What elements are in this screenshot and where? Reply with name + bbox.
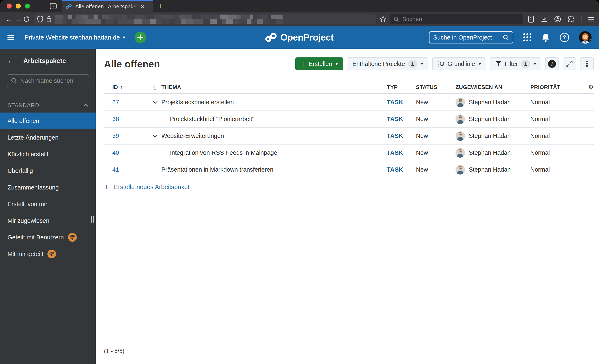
user-avatar[interactable]: ⚙ <box>579 31 591 44</box>
sidebar-search-input[interactable]: Nach Name suchen <box>7 74 89 87</box>
forward-button[interactable]: → <box>13 15 22 23</box>
lock-icon[interactable] <box>46 16 52 23</box>
tab-overview-icon[interactable] <box>49 2 57 10</box>
column-header-status[interactable]: STATUS <box>416 84 456 90</box>
project-selector[interactable]: Private Website stephan.hadan.de ▾ <box>25 34 125 41</box>
table-settings-gear-icon[interactable]: ⚙ <box>585 84 594 91</box>
work-package-type[interactable]: TASK <box>387 166 416 173</box>
work-package-type[interactable]: TASK <box>387 116 416 123</box>
work-package-id-link[interactable]: 41 <box>112 166 119 173</box>
modules-grid-icon[interactable] <box>523 33 532 42</box>
info-button[interactable]: i <box>545 57 559 70</box>
account-icon[interactable] <box>554 16 561 23</box>
openproject-logo[interactable]: OpenProject <box>265 32 334 43</box>
assignee-name[interactable]: Stephan Hadan <box>469 116 511 123</box>
new-tab-button[interactable]: + <box>158 0 162 12</box>
page-title: Alle offenen <box>104 58 160 70</box>
baseline-button[interactable]: Grundlinie ▾ <box>432 57 486 70</box>
minimize-window-button[interactable] <box>16 4 21 9</box>
assignee-name[interactable]: Stephan Hadan <box>469 149 511 156</box>
sidebar-item-mir-zugewiesen[interactable]: Mir zugewiesen <box>0 212 96 229</box>
sidebar-back-icon[interactable]: ← <box>8 57 14 65</box>
column-header-typ[interactable]: TYP <box>387 84 416 90</box>
work-package-priority[interactable]: Normal <box>530 99 585 106</box>
sidebar-item-ueberfaellig[interactable]: Überfällig <box>0 162 96 179</box>
work-package-status[interactable]: New <box>416 99 456 106</box>
maximize-window-button[interactable] <box>25 4 30 9</box>
work-package-priority[interactable]: Normal <box>530 133 585 139</box>
work-package-subject[interactable]: Website-Erweiterungen <box>161 133 224 139</box>
collapse-chevron-icon[interactable] <box>153 134 158 137</box>
column-header-id[interactable]: ID ↑ <box>104 84 146 90</box>
table-row[interactable]: 39 Website-Erweiterungen TASK New Stepha… <box>104 128 594 145</box>
settings-menu-button[interactable]: ⋮ <box>580 57 594 70</box>
work-package-subject[interactable]: Projektsteckbriefe erstellen <box>161 99 234 106</box>
table-row[interactable]: 37 Projektsteckbriefe erstellen TASK New… <box>104 94 594 111</box>
work-package-priority[interactable]: Normal <box>530 116 585 123</box>
close-window-button[interactable] <box>7 4 12 9</box>
back-button[interactable]: ← <box>5 15 13 23</box>
global-create-button[interactable] <box>135 32 146 43</box>
sidebar-item-kuerzlich-erstellt[interactable]: Kürzlich erstellt <box>0 146 96 162</box>
work-package-id-link[interactable]: 39 <box>112 133 119 139</box>
column-header-prioritaet[interactable]: PRIORITÄT <box>530 84 585 90</box>
browser-menu-icon[interactable] <box>588 17 594 21</box>
included-projects-button[interactable]: Enthaltene Projekte 1 ▾ <box>347 57 428 70</box>
work-package-status[interactable]: New <box>416 116 456 123</box>
sidebar-item-alle-offenen[interactable]: Alle offenen <box>0 113 96 129</box>
assignee-name[interactable]: Stephan Hadan <box>469 99 511 106</box>
work-package-priority[interactable]: Normal <box>530 149 585 156</box>
bookmark-star-icon[interactable] <box>378 16 388 23</box>
global-search-input[interactable]: Suche in OpenProject <box>429 31 513 44</box>
work-package-type[interactable]: TASK <box>387 149 416 156</box>
work-package-priority[interactable]: Normal <box>530 166 585 173</box>
work-package-subject[interactable]: Präsentationen in Markdown transferieren <box>161 166 273 173</box>
work-package-subject[interactable]: Projektsteckbrief "Pionierarbeit" <box>170 116 254 123</box>
table-row[interactable]: 38 Projektsteckbrief "Pionierarbeit" TAS… <box>104 111 594 128</box>
create-work-package-link[interactable]: + Erstelle neues Arbeitspaket <box>104 181 594 193</box>
work-package-subject[interactable]: Integration von RSS-Feeds in Mainpage <box>170 149 277 156</box>
work-package-status[interactable]: New <box>416 149 456 156</box>
filter-button[interactable]: Filter 1 ▾ <box>490 57 541 70</box>
tab-close-icon[interactable]: ✕ <box>140 3 145 10</box>
hierarchy-icon[interactable] <box>153 85 157 90</box>
work-package-type[interactable]: TASK <box>387 133 416 139</box>
sidebar-item-zusammenfassung[interactable]: Zusammenfassung <box>0 179 96 196</box>
work-package-id-link[interactable]: 37 <box>112 99 119 106</box>
sidebar-item-geteilt-mit-benutzern[interactable]: Geteilt mit Benutzern <box>0 229 96 246</box>
browser-search-bar[interactable]: Suchen <box>390 14 523 24</box>
sidebar-search-placeholder: Nach Name suchen <box>20 77 73 84</box>
collapse-chevron-icon[interactable] <box>153 101 158 104</box>
main-menu-toggle-icon[interactable] <box>8 35 14 40</box>
sidebar-resize-handle[interactable] <box>91 216 94 222</box>
reload-button[interactable] <box>22 16 31 22</box>
work-package-status[interactable]: New <box>416 166 456 173</box>
toolbar-panel-icon[interactable] <box>528 15 534 23</box>
work-package-status[interactable]: New <box>416 133 456 139</box>
work-package-type[interactable]: TASK <box>387 99 416 106</box>
sidebar-item-erstellt-von-mir[interactable]: Erstellt von mir <box>0 196 96 212</box>
fullscreen-button[interactable] <box>563 57 576 70</box>
sidebar-item-mit-mir-geteilt[interactable]: Mit mir geteilt <box>0 246 96 262</box>
table-row[interactable]: 41 Präsentationen in Markdown transferie… <box>104 161 594 178</box>
assignee-avatar <box>456 165 465 175</box>
shield-icon[interactable] <box>37 16 43 23</box>
extensions-icon[interactable] <box>568 16 574 23</box>
work-package-id-link[interactable]: 38 <box>112 116 119 123</box>
browser-tab[interactable]: Alle offenen | Arbeitspakete | Pri ✕ <box>62 0 153 12</box>
notifications-bell-icon[interactable] <box>542 33 550 42</box>
column-header-thema[interactable]: THEMA <box>146 84 387 90</box>
assignee-name[interactable]: Stephan Hadan <box>469 133 511 139</box>
table-header-row: ID ↑ THEMA TYP STATUS ZUGEWIESEN AN PRIO… <box>104 81 594 94</box>
assignee-name[interactable]: Stephan Hadan <box>469 166 511 173</box>
sidebar-section-standard[interactable]: STANDARD <box>0 102 96 109</box>
table-row[interactable]: 40 Integration von RSS-Feeds in Mainpage… <box>104 145 594 161</box>
create-button[interactable]: + Erstellen ▾ <box>295 57 343 70</box>
help-icon[interactable]: ? <box>560 33 569 42</box>
work-package-id-link[interactable]: 40 <box>112 149 119 156</box>
column-header-zugewiesen[interactable]: ZUGEWIESEN AN <box>456 84 530 90</box>
url-bar[interactable] <box>34 14 376 24</box>
sidebar-item-letzte-aenderungen[interactable]: Letzte Änderungen <box>0 129 96 146</box>
filter-count: 1 <box>521 60 530 68</box>
downloads-icon[interactable] <box>541 16 547 22</box>
